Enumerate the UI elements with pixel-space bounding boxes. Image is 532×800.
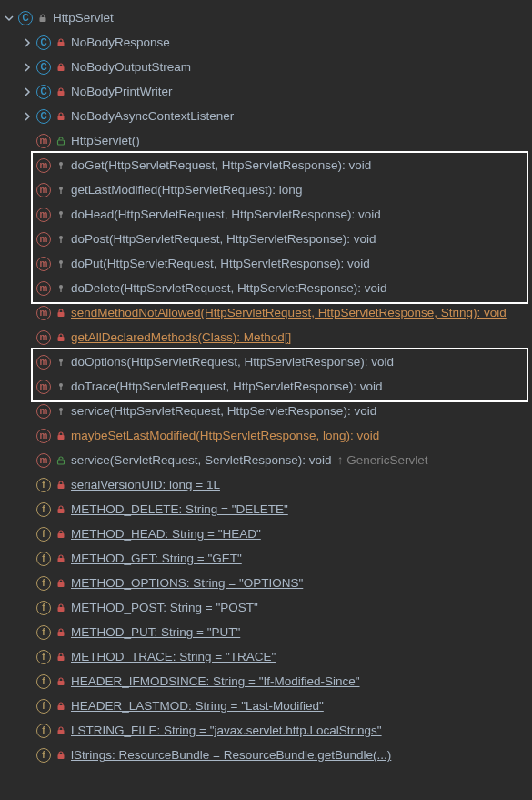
svg-rect-2: [58, 66, 65, 71]
key-icon: [56, 284, 65, 293]
tree-row-label: HEADER_LASTMOD: String = "Last-Modified": [71, 694, 324, 718]
lock-icon: [56, 677, 65, 686]
svg-rect-9: [60, 189, 61, 194]
tree-row-label: LSTRING_FILE: String = "javax.servlet.ht…: [71, 718, 382, 743]
chevron-right-icon[interactable]: [22, 112, 33, 121]
tree-row-label: METHOD_POST: String = "POST": [71, 595, 258, 620]
tree-row-label: NoBodyPrintWriter: [71, 79, 173, 104]
chevron-right-icon[interactable]: [22, 63, 33, 72]
field-icon: f: [36, 527, 51, 542]
tree-row[interactable]: CNoBodyAsyncContextListener: [4, 104, 532, 128]
method-icon: m: [36, 404, 51, 419]
lock-icon: [56, 726, 65, 735]
tree-row-root[interactable]: C HttpServlet: [4, 5, 532, 30]
tree-row[interactable]: mdoPut(HttpServletRequest, HttpServletRe…: [4, 251, 532, 276]
lock-icon: [56, 112, 65, 121]
tree-row[interactable]: mdoPost(HttpServletRequest, HttpServletR…: [4, 227, 532, 251]
chevron-right-icon[interactable]: [22, 87, 33, 96]
tree-row[interactable]: fMETHOD_GET: String = "GET": [4, 546, 532, 571]
class-icon: C: [36, 109, 51, 124]
method-icon: m: [36, 257, 51, 271]
svg-rect-34: [58, 632, 65, 636]
svg-rect-13: [60, 238, 61, 243]
tree-row[interactable]: mdoTrace(HttpServletRequest, HttpServlet…: [4, 374, 532, 399]
tree-row[interactable]: mgetLastModified(HttpServletRequest): lo…: [4, 177, 532, 202]
tree-row[interactable]: fMETHOD_HEAD: String = "HEAD": [4, 522, 532, 546]
tree-row[interactable]: CNoBodyPrintWriter: [4, 79, 532, 104]
lock-icon: [38, 14, 47, 23]
tree-row-label: doDelete(HttpServletRequest, HttpServlet…: [71, 276, 386, 300]
svg-rect-38: [58, 730, 65, 734]
key-icon: [56, 407, 65, 416]
tree-row[interactable]: mdoHead(HttpServletRequest, HttpServletR…: [4, 202, 532, 227]
lock-icon: [56, 87, 65, 96]
tree-row-label: METHOD_DELETE: String = "DELETE": [71, 497, 288, 522]
tree-row-label: doTrace(HttpServletRequest, HttpServletR…: [71, 374, 382, 399]
svg-rect-18: [58, 312, 65, 317]
svg-rect-19: [58, 337, 65, 341]
structure-tree[interactable]: C HttpServlet CNoBodyResponseCNoBodyOutp…: [0, 0, 532, 771]
tree-row[interactable]: mservice(ServletRequest, ServletResponse…: [4, 448, 532, 472]
tree-row-label: METHOD_TRACE: String = "TRACE": [71, 644, 276, 669]
tree-row[interactable]: mdoOptions(HttpServletRequest, HttpServl…: [4, 349, 532, 374]
class-icon: C: [18, 11, 33, 25]
tree-row[interactable]: mgetAllDeclaredMethods(Class): Method[]: [4, 325, 532, 349]
chevron-down-icon[interactable]: [4, 14, 15, 23]
lock-icon: [56, 653, 65, 662]
tree-row[interactable]: fHEADER_LASTMOD: String = "Last-Modified…: [4, 694, 532, 718]
tree-row[interactable]: mservice(HttpServletRequest, HttpServlet…: [4, 399, 532, 423]
root-label: HttpServlet: [53, 5, 114, 30]
method-icon: m: [36, 330, 51, 345]
tree-row-label: service(ServletRequest, ServletResponse)…: [71, 448, 332, 472]
svg-rect-27: [58, 460, 65, 464]
svg-rect-31: [58, 558, 65, 562]
tree-row-label: serialVersionUID: long = 1L: [71, 472, 220, 497]
field-icon: f: [36, 748, 51, 763]
lock-icon: [56, 603, 65, 613]
lock-icon: [56, 38, 65, 47]
svg-rect-1: [58, 42, 65, 46]
open-lock-icon: [56, 456, 65, 465]
tree-row[interactable]: mHttpServlet(): [4, 128, 532, 153]
tree-row[interactable]: flStrings: ResourceBundle = ResourceBund…: [4, 743, 532, 767]
tree-row[interactable]: fMETHOD_POST: String = "POST": [4, 595, 532, 620]
lock-icon: [56, 481, 65, 490]
tree-row[interactable]: CNoBodyOutputStream: [4, 55, 532, 79]
method-icon: m: [36, 208, 51, 222]
lock-icon: [56, 702, 65, 711]
tree-row-label: METHOD_HEAD: String = "HEAD": [71, 522, 261, 546]
tree-row-label: doOptions(HttpServletRequest, HttpServle…: [71, 349, 394, 374]
chevron-right-icon[interactable]: [22, 38, 33, 47]
tree-row[interactable]: mdoDelete(HttpServletRequest, HttpServle…: [4, 276, 532, 300]
class-icon: C: [36, 35, 51, 50]
tree-row[interactable]: mdoGet(HttpServletRequest, HttpServletRe…: [4, 153, 532, 177]
tree-row[interactable]: fserialVersionUID: long = 1L: [4, 472, 532, 497]
tree-row[interactable]: fMETHOD_DELETE: String = "DELETE": [4, 497, 532, 522]
tree-row[interactable]: fLSTRING_FILE: String = "javax.servlet.h…: [4, 718, 532, 743]
key-icon: [56, 259, 65, 268]
svg-rect-33: [58, 607, 65, 612]
tree-row[interactable]: fMETHOD_OPTIONS: String = "OPTIONS": [4, 571, 532, 595]
svg-rect-29: [58, 509, 65, 513]
svg-rect-15: [60, 263, 61, 268]
tree-row[interactable]: msendMethodNotAllowed(HttpServletRequest…: [4, 300, 532, 325]
tree-row-label: HttpServlet(): [71, 128, 140, 153]
key-icon: [56, 186, 65, 195]
tree-row-label: METHOD_GET: String = "GET": [71, 546, 242, 571]
svg-rect-0: [40, 17, 46, 22]
tree-row[interactable]: fMETHOD_TRACE: String = "TRACE": [4, 644, 532, 669]
svg-rect-23: [60, 386, 61, 390]
class-icon: C: [36, 85, 51, 99]
lock-icon: [56, 431, 65, 441]
tree-row-label: service(HttpServletRequest, HttpServletR…: [71, 399, 376, 423]
tree-row[interactable]: mmaybeSetLastModified(HttpServletRespons…: [4, 423, 532, 448]
tree-row[interactable]: CNoBodyResponse: [4, 30, 532, 55]
tree-row-label: getAllDeclaredMethods(Class): Method[]: [71, 325, 291, 349]
field-icon: f: [36, 674, 51, 689]
tree-row[interactable]: fMETHOD_PUT: String = "PUT": [4, 620, 532, 644]
svg-rect-36: [58, 681, 65, 685]
tree-row[interactable]: fHEADER_IFMODSINCE: String = "If-Modifie…: [4, 669, 532, 694]
method-icon: m: [36, 355, 51, 370]
key-icon: [56, 382, 65, 391]
lock-icon: [56, 63, 65, 72]
